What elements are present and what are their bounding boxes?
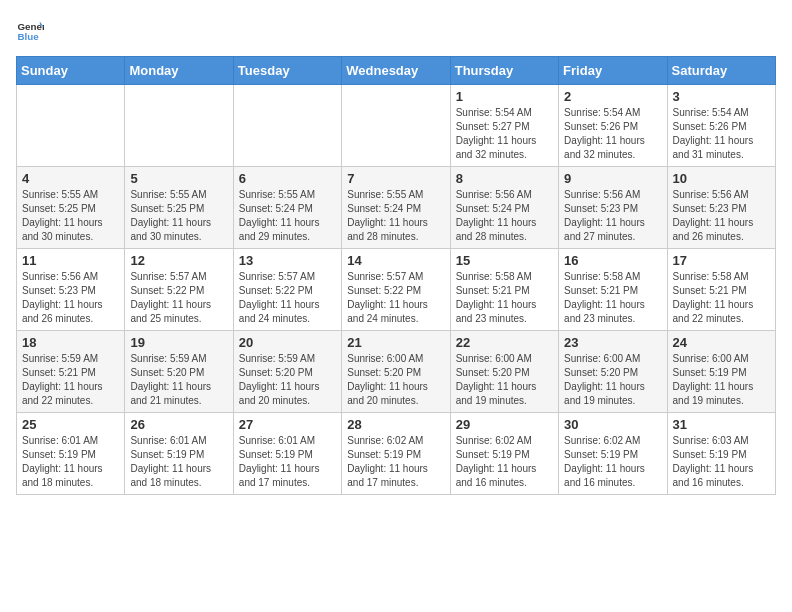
day-cell: 11Sunrise: 5:56 AM Sunset: 5:23 PM Dayli… (17, 249, 125, 331)
logo-icon: General Blue (16, 16, 44, 44)
day-number: 22 (456, 335, 553, 350)
weekday-header-monday: Monday (125, 57, 233, 85)
week-row-2: 4Sunrise: 5:55 AM Sunset: 5:25 PM Daylig… (17, 167, 776, 249)
day-cell: 22Sunrise: 6:00 AM Sunset: 5:20 PM Dayli… (450, 331, 558, 413)
day-info: Sunrise: 5:55 AM Sunset: 5:24 PM Dayligh… (239, 188, 336, 244)
day-cell: 4Sunrise: 5:55 AM Sunset: 5:25 PM Daylig… (17, 167, 125, 249)
day-info: Sunrise: 5:55 AM Sunset: 5:25 PM Dayligh… (130, 188, 227, 244)
day-cell: 29Sunrise: 6:02 AM Sunset: 5:19 PM Dayli… (450, 413, 558, 495)
day-info: Sunrise: 6:02 AM Sunset: 5:19 PM Dayligh… (456, 434, 553, 490)
day-number: 12 (130, 253, 227, 268)
day-info: Sunrise: 5:57 AM Sunset: 5:22 PM Dayligh… (130, 270, 227, 326)
day-number: 2 (564, 89, 661, 104)
day-info: Sunrise: 5:56 AM Sunset: 5:23 PM Dayligh… (564, 188, 661, 244)
day-info: Sunrise: 5:59 AM Sunset: 5:20 PM Dayligh… (130, 352, 227, 408)
day-number: 9 (564, 171, 661, 186)
day-number: 7 (347, 171, 444, 186)
day-info: Sunrise: 5:59 AM Sunset: 5:21 PM Dayligh… (22, 352, 119, 408)
day-number: 18 (22, 335, 119, 350)
day-cell: 24Sunrise: 6:00 AM Sunset: 5:19 PM Dayli… (667, 331, 775, 413)
day-cell: 21Sunrise: 6:00 AM Sunset: 5:20 PM Dayli… (342, 331, 450, 413)
day-cell: 1Sunrise: 5:54 AM Sunset: 5:27 PM Daylig… (450, 85, 558, 167)
day-cell: 30Sunrise: 6:02 AM Sunset: 5:19 PM Dayli… (559, 413, 667, 495)
day-info: Sunrise: 5:58 AM Sunset: 5:21 PM Dayligh… (564, 270, 661, 326)
day-number: 17 (673, 253, 770, 268)
logo: General Blue (16, 16, 48, 44)
day-info: Sunrise: 6:02 AM Sunset: 5:19 PM Dayligh… (347, 434, 444, 490)
day-info: Sunrise: 6:00 AM Sunset: 5:20 PM Dayligh… (564, 352, 661, 408)
day-info: Sunrise: 5:59 AM Sunset: 5:20 PM Dayligh… (239, 352, 336, 408)
day-number: 24 (673, 335, 770, 350)
weekday-header-friday: Friday (559, 57, 667, 85)
week-row-5: 25Sunrise: 6:01 AM Sunset: 5:19 PM Dayli… (17, 413, 776, 495)
day-number: 30 (564, 417, 661, 432)
day-cell: 25Sunrise: 6:01 AM Sunset: 5:19 PM Dayli… (17, 413, 125, 495)
day-number: 14 (347, 253, 444, 268)
day-number: 28 (347, 417, 444, 432)
day-info: Sunrise: 6:01 AM Sunset: 5:19 PM Dayligh… (130, 434, 227, 490)
day-info: Sunrise: 5:54 AM Sunset: 5:27 PM Dayligh… (456, 106, 553, 162)
day-info: Sunrise: 5:56 AM Sunset: 5:23 PM Dayligh… (22, 270, 119, 326)
day-cell: 18Sunrise: 5:59 AM Sunset: 5:21 PM Dayli… (17, 331, 125, 413)
weekday-header-thursday: Thursday (450, 57, 558, 85)
day-number: 11 (22, 253, 119, 268)
day-number: 13 (239, 253, 336, 268)
day-number: 10 (673, 171, 770, 186)
day-info: Sunrise: 5:54 AM Sunset: 5:26 PM Dayligh… (673, 106, 770, 162)
day-cell: 13Sunrise: 5:57 AM Sunset: 5:22 PM Dayli… (233, 249, 341, 331)
day-cell: 10Sunrise: 5:56 AM Sunset: 5:23 PM Dayli… (667, 167, 775, 249)
day-number: 4 (22, 171, 119, 186)
day-info: Sunrise: 5:58 AM Sunset: 5:21 PM Dayligh… (673, 270, 770, 326)
day-cell: 9Sunrise: 5:56 AM Sunset: 5:23 PM Daylig… (559, 167, 667, 249)
day-number: 8 (456, 171, 553, 186)
day-number: 6 (239, 171, 336, 186)
day-number: 19 (130, 335, 227, 350)
day-info: Sunrise: 6:01 AM Sunset: 5:19 PM Dayligh… (22, 434, 119, 490)
day-number: 3 (673, 89, 770, 104)
day-cell: 2Sunrise: 5:54 AM Sunset: 5:26 PM Daylig… (559, 85, 667, 167)
day-info: Sunrise: 6:00 AM Sunset: 5:20 PM Dayligh… (347, 352, 444, 408)
day-info: Sunrise: 5:55 AM Sunset: 5:25 PM Dayligh… (22, 188, 119, 244)
day-cell: 19Sunrise: 5:59 AM Sunset: 5:20 PM Dayli… (125, 331, 233, 413)
week-row-4: 18Sunrise: 5:59 AM Sunset: 5:21 PM Dayli… (17, 331, 776, 413)
day-info: Sunrise: 6:02 AM Sunset: 5:19 PM Dayligh… (564, 434, 661, 490)
day-cell (342, 85, 450, 167)
weekday-header-sunday: Sunday (17, 57, 125, 85)
day-number: 20 (239, 335, 336, 350)
day-info: Sunrise: 5:56 AM Sunset: 5:24 PM Dayligh… (456, 188, 553, 244)
day-cell (125, 85, 233, 167)
day-cell: 16Sunrise: 5:58 AM Sunset: 5:21 PM Dayli… (559, 249, 667, 331)
calendar-table: SundayMondayTuesdayWednesdayThursdayFrid… (16, 56, 776, 495)
day-info: Sunrise: 5:55 AM Sunset: 5:24 PM Dayligh… (347, 188, 444, 244)
day-cell: 20Sunrise: 5:59 AM Sunset: 5:20 PM Dayli… (233, 331, 341, 413)
day-number: 29 (456, 417, 553, 432)
week-row-1: 1Sunrise: 5:54 AM Sunset: 5:27 PM Daylig… (17, 85, 776, 167)
day-cell: 5Sunrise: 5:55 AM Sunset: 5:25 PM Daylig… (125, 167, 233, 249)
week-row-3: 11Sunrise: 5:56 AM Sunset: 5:23 PM Dayli… (17, 249, 776, 331)
weekday-header-wednesday: Wednesday (342, 57, 450, 85)
day-number: 1 (456, 89, 553, 104)
svg-text:Blue: Blue (17, 31, 39, 42)
day-cell: 8Sunrise: 5:56 AM Sunset: 5:24 PM Daylig… (450, 167, 558, 249)
day-info: Sunrise: 6:03 AM Sunset: 5:19 PM Dayligh… (673, 434, 770, 490)
day-cell: 26Sunrise: 6:01 AM Sunset: 5:19 PM Dayli… (125, 413, 233, 495)
day-cell: 15Sunrise: 5:58 AM Sunset: 5:21 PM Dayli… (450, 249, 558, 331)
day-number: 25 (22, 417, 119, 432)
day-info: Sunrise: 6:01 AM Sunset: 5:19 PM Dayligh… (239, 434, 336, 490)
weekday-header-row: SundayMondayTuesdayWednesdayThursdayFrid… (17, 57, 776, 85)
day-cell: 17Sunrise: 5:58 AM Sunset: 5:21 PM Dayli… (667, 249, 775, 331)
day-cell: 12Sunrise: 5:57 AM Sunset: 5:22 PM Dayli… (125, 249, 233, 331)
day-cell: 23Sunrise: 6:00 AM Sunset: 5:20 PM Dayli… (559, 331, 667, 413)
weekday-header-saturday: Saturday (667, 57, 775, 85)
day-number: 15 (456, 253, 553, 268)
day-cell (233, 85, 341, 167)
day-info: Sunrise: 6:00 AM Sunset: 5:19 PM Dayligh… (673, 352, 770, 408)
day-cell: 31Sunrise: 6:03 AM Sunset: 5:19 PM Dayli… (667, 413, 775, 495)
day-info: Sunrise: 5:57 AM Sunset: 5:22 PM Dayligh… (239, 270, 336, 326)
day-cell (17, 85, 125, 167)
day-info: Sunrise: 5:57 AM Sunset: 5:22 PM Dayligh… (347, 270, 444, 326)
day-cell: 14Sunrise: 5:57 AM Sunset: 5:22 PM Dayli… (342, 249, 450, 331)
day-number: 27 (239, 417, 336, 432)
day-number: 21 (347, 335, 444, 350)
day-cell: 3Sunrise: 5:54 AM Sunset: 5:26 PM Daylig… (667, 85, 775, 167)
